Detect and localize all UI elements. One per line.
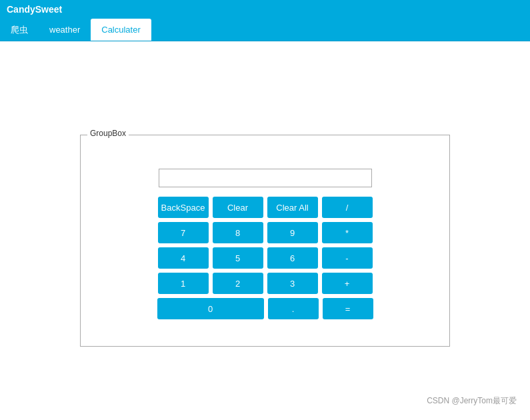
equals-button[interactable]: = (323, 298, 373, 319)
divide-button[interactable]: / (322, 197, 373, 218)
backspace-button[interactable]: BackSpace (158, 197, 209, 218)
app-title: CandySweet (7, 4, 62, 15)
tab-crawl[interactable]: 爬虫 (0, 19, 39, 41)
footer-watermark: CSDN @JerryTom最可爱 (427, 395, 517, 407)
zero-button[interactable]: 0 (157, 298, 264, 319)
seven-button[interactable]: 7 (158, 222, 209, 243)
tab-weather[interactable]: weather (39, 19, 91, 41)
calculator-display[interactable] (159, 169, 372, 187)
clear-button[interactable]: Clear (213, 197, 263, 218)
main-content: GroupBox BackSpace Clear Clear All / (0, 41, 530, 420)
btn-row-1: BackSpace Clear Clear All / (158, 197, 373, 218)
calculator: BackSpace Clear Clear All / 7 8 (94, 149, 436, 333)
title-bar: CandySweet (0, 0, 530, 19)
btn-row-5: 0 . = (157, 298, 373, 319)
group-box: GroupBox BackSpace Clear Clear All / (80, 135, 450, 347)
two-button[interactable]: 2 (213, 273, 263, 294)
group-box-label: GroupBox (87, 129, 129, 138)
five-button[interactable]: 5 (213, 247, 263, 269)
three-button[interactable]: 3 (267, 273, 318, 294)
multiply-button[interactable]: * (322, 222, 373, 243)
clear-all-button[interactable]: Clear All (267, 197, 318, 218)
btn-row-3: 4 5 6 - (158, 247, 373, 269)
add-button[interactable]: + (322, 273, 373, 294)
tab-bar: 爬虫 weather Calculater (0, 19, 530, 41)
one-button[interactable]: 1 (158, 273, 209, 294)
four-button[interactable]: 4 (158, 247, 209, 269)
btn-row-2: 7 8 9 * (158, 222, 373, 243)
dot-button[interactable]: . (268, 298, 319, 319)
subtract-button[interactable]: - (322, 247, 373, 269)
six-button[interactable]: 6 (267, 247, 318, 269)
eight-button[interactable]: 8 (213, 222, 263, 243)
nine-button[interactable]: 9 (267, 222, 318, 243)
btn-row-4: 1 2 3 + (158, 273, 373, 294)
tab-calculater[interactable]: Calculater (91, 19, 151, 41)
